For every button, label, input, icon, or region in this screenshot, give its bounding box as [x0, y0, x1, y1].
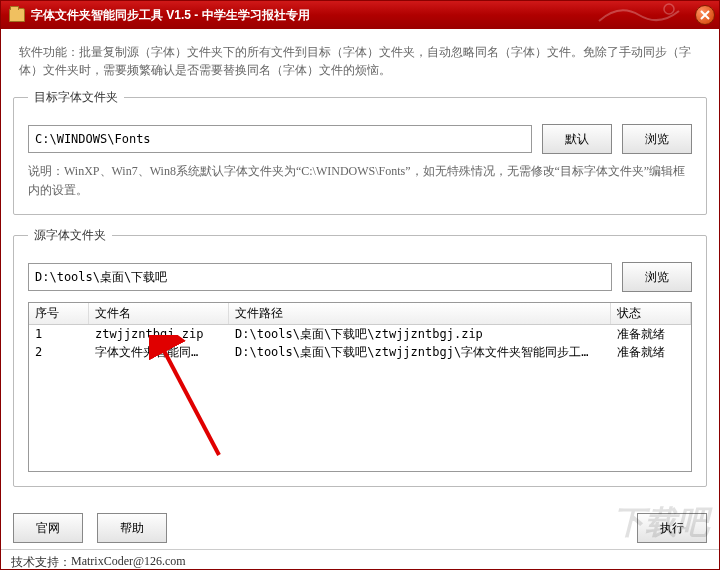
- col-header-index[interactable]: 序号: [29, 303, 89, 324]
- cell-status: 准备就绪: [611, 326, 691, 343]
- cell-name: 字体文件夹智能同…: [89, 344, 229, 361]
- source-legend: 源字体文件夹: [28, 227, 112, 244]
- help-button[interactable]: 帮助: [97, 513, 167, 543]
- support-contact: MatrixCoder@126.com: [71, 554, 186, 570]
- titlebar-decoration: [589, 1, 689, 29]
- file-list[interactable]: 序号 文件名 文件路径 状态 1ztwjjzntbgj.zipD:\tools\…: [28, 302, 692, 472]
- cell-index: 1: [29, 327, 89, 341]
- cell-index: 2: [29, 345, 89, 359]
- website-button[interactable]: 官网: [13, 513, 83, 543]
- cell-name: ztwjjzntbgj.zip: [89, 327, 229, 341]
- description-text: 软件功能：批量复制源（字体）文件夹下的所有文件到目标（字体）文件夹，自动忽略同名…: [13, 39, 707, 89]
- window-title: 字体文件夹智能同步工具 V1.5 - 中学生学习报社专用: [31, 7, 310, 24]
- table-row[interactable]: 1ztwjjzntbgj.zipD:\tools\桌面\下载吧\ztwjjznt…: [29, 325, 691, 343]
- table-row[interactable]: 2字体文件夹智能同…D:\tools\桌面\下载吧\ztwjjzntbgj\字体…: [29, 343, 691, 361]
- target-legend: 目标字体文件夹: [28, 89, 124, 106]
- hint-quoted: “C:\WINDOWS\Fonts”: [296, 164, 411, 178]
- support-label: 技术支持：: [11, 554, 71, 570]
- list-header: 序号 文件名 文件路径 状态: [29, 303, 691, 325]
- svg-line-1: [161, 345, 219, 455]
- source-browse-button[interactable]: 浏览: [622, 262, 692, 292]
- hint-prefix: 说明：WinXP、Win7、Win8系统默认字体文件夹为: [28, 164, 296, 178]
- close-button[interactable]: [695, 5, 715, 25]
- cell-path: D:\tools\桌面\下载吧\ztwjjzntbgj\字体文件夹智能同步工…: [229, 344, 611, 361]
- target-hint: 说明：WinXP、Win7、Win8系统默认字体文件夹为“C:\WINDOWS\…: [28, 162, 692, 200]
- col-header-status[interactable]: 状态: [611, 303, 691, 324]
- footer: 技术支持： MatrixCoder@126.com: [1, 549, 719, 570]
- target-browse-button[interactable]: 浏览: [622, 124, 692, 154]
- cell-path: D:\tools\桌面\下载吧\ztwjjzntbgj.zip: [229, 326, 611, 343]
- default-button[interactable]: 默认: [542, 124, 612, 154]
- cell-status: 准备就绪: [611, 344, 691, 361]
- execute-button[interactable]: 执行: [637, 513, 707, 543]
- source-folder-group: 源字体文件夹 浏览 序号 文件名 文件路径 状态 1ztwjjzntbgj.zi…: [13, 227, 707, 487]
- source-path-input[interactable]: [28, 263, 612, 291]
- target-path-input[interactable]: [28, 125, 532, 153]
- col-header-name[interactable]: 文件名: [89, 303, 229, 324]
- window-titlebar: 字体文件夹智能同步工具 V1.5 - 中学生学习报社专用: [1, 1, 719, 29]
- bottom-toolbar: 官网 帮助 执行: [1, 507, 719, 549]
- close-icon: [700, 10, 710, 20]
- col-header-path[interactable]: 文件路径: [229, 303, 611, 324]
- target-folder-group: 目标字体文件夹 默认 浏览 说明：WinXP、Win7、Win8系统默认字体文件…: [13, 89, 707, 215]
- folder-icon: [9, 8, 25, 22]
- svg-point-0: [664, 4, 674, 14]
